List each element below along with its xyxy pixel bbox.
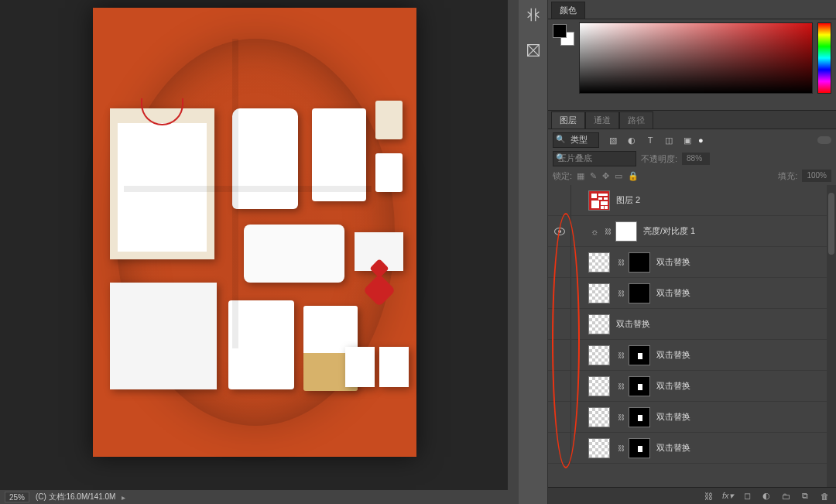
layer-thumbnail[interactable] (588, 283, 610, 303)
status-chevron-icon[interactable]: ▸ (122, 493, 125, 502)
mask-thumbnail[interactable] (629, 345, 650, 365)
layer-row[interactable]: 图层 2 (548, 185, 836, 216)
collapsed-panel-dock[interactable] (519, 0, 548, 504)
mask-thumbnail[interactable] (629, 376, 650, 396)
layer-name[interactable]: 双击替换 (656, 349, 690, 361)
mask-thumbnail[interactable] (629, 252, 650, 273)
eye-icon (554, 228, 565, 235)
mask-link-icon[interactable]: ⛓ (603, 225, 612, 238)
layers-footer: ⛓ fx▾ ◻ ◐ 🗀 ⧉ 🗑 (548, 487, 836, 504)
color-field[interactable] (579, 22, 813, 94)
layer-row[interactable]: 双击替换 (548, 309, 836, 340)
adjustment-layer-icon[interactable]: ◐ (761, 491, 772, 501)
filter-adjust-icon[interactable]: ◐ (625, 135, 638, 146)
blend-mode-select[interactable]: 正片叠底 (553, 151, 636, 166)
adjustment-icon: ☼ (588, 225, 601, 238)
layer-thumbnail[interactable] (588, 345, 610, 365)
mockup-small-card-2 (379, 347, 409, 387)
delete-layer-icon[interactable]: 🗑 (819, 492, 830, 501)
group-icon[interactable]: 🗀 (780, 492, 791, 501)
layer-thumbnail[interactable] (588, 407, 610, 427)
zoom-level[interactable]: 25% (5, 492, 29, 502)
visibility-toggle[interactable] (548, 278, 571, 308)
layer-thumbnail[interactable] (588, 376, 610, 396)
layer-name[interactable]: 双击替换 (656, 256, 690, 268)
mockup-square (110, 283, 217, 389)
layer-filter-kind[interactable]: 类型 (553, 132, 599, 148)
filter-toggle[interactable] (817, 136, 831, 144)
tab-paths[interactable]: 路径 (619, 111, 653, 129)
visibility-toggle[interactable] (548, 340, 571, 370)
panel-icon-2[interactable] (523, 40, 543, 60)
layer-name[interactable]: 双击替换 (656, 411, 690, 423)
layer-name[interactable]: 双击替换 (616, 318, 650, 330)
visibility-toggle[interactable] (548, 247, 571, 277)
mask-thumbnail[interactable] (629, 283, 650, 303)
layer-thumbnail[interactable] (588, 190, 610, 211)
layer-thumbnail[interactable] (588, 314, 610, 334)
panel-icon-1[interactable] (523, 5, 543, 25)
canvas-area[interactable]: 25% (C) 文档:16.0M/141.0M ▸ (0, 0, 519, 504)
layer-row[interactable]: ⛓ 双击替换 (548, 402, 836, 433)
layer-row[interactable]: ⛓ 双击替换 (548, 371, 836, 402)
layer-name[interactable]: 图层 2 (616, 194, 640, 206)
filter-light-icon[interactable]: ● (698, 135, 704, 145)
lock-move-icon[interactable]: ✥ (602, 171, 609, 181)
link-layers-icon[interactable]: ⛓ (703, 492, 714, 501)
layer-name[interactable]: 双击替换 (656, 380, 690, 392)
mask-link-icon[interactable]: ⛓ (616, 411, 625, 423)
mask-thumbnail[interactable] (629, 438, 650, 458)
layer-row[interactable]: ☼ ⛓ 亮度/对比度 1 (548, 216, 836, 247)
opacity-label: 不透明度: (641, 153, 677, 165)
hue-strip[interactable] (817, 22, 831, 94)
layers-scrollbar[interactable] (827, 185, 836, 487)
visibility-toggle[interactable] (548, 185, 571, 215)
opacity-value[interactable]: 88% (682, 153, 710, 165)
filter-smart-icon[interactable]: ▣ (681, 135, 694, 146)
mask-link-icon[interactable]: ⛓ (616, 256, 625, 269)
filter-shape-icon[interactable]: ◫ (663, 135, 675, 146)
layer-controls: 类型 ▧ ◐ T ◫ ▣ ● 正片叠底 不透明度: 88% 锁定: ▦ (548, 129, 836, 185)
layer-name[interactable]: 双击替换 (656, 287, 690, 299)
layer-name[interactable]: 双击替换 (656, 442, 690, 454)
visibility-toggle[interactable] (548, 402, 571, 432)
fg-bg-swatch[interactable] (553, 24, 574, 46)
filter-pixel-icon[interactable]: ▧ (607, 135, 619, 146)
lock-all-icon[interactable]: 🔒 (628, 171, 639, 181)
layer-row[interactable]: ⛓ 双击替换 (548, 433, 836, 464)
layer-row[interactable]: ⛓ 双击替换 (548, 340, 836, 371)
tab-channels[interactable]: 通道 (585, 111, 619, 129)
tab-layers[interactable]: 图层 (551, 111, 585, 129)
lock-artboard-icon[interactable]: ▭ (615, 171, 622, 181)
mask-thumbnail[interactable] (615, 221, 637, 242)
new-layer-icon[interactable]: ⧉ (800, 491, 810, 501)
layer-thumbnail[interactable] (588, 438, 610, 458)
visibility-toggle[interactable] (548, 433, 571, 463)
fill-value[interactable]: 100% (802, 170, 831, 182)
layer-thumbnail[interactable] (588, 252, 610, 273)
mask-link-icon[interactable]: ⛓ (616, 349, 625, 362)
layer-name[interactable]: 亮度/对比度 1 (643, 225, 695, 237)
lock-brush-icon[interactable]: ✎ (590, 171, 597, 181)
fx-icon[interactable]: fx▾ (722, 491, 733, 501)
layers-panel-tabs: 图层 通道 路径 (548, 110, 836, 129)
mockup-tag-2 (375, 153, 403, 192)
layers-list[interactable]: 图层 2 ☼ ⛓ 亮度/对比度 1 ⛓ 双击替换 (548, 185, 836, 487)
tab-color[interactable]: 颜色 (551, 2, 585, 19)
mask-link-icon[interactable]: ⛓ (616, 380, 625, 393)
mask-icon[interactable]: ◻ (742, 491, 752, 501)
canvas-scrollbar[interactable] (508, 0, 519, 490)
lock-trans-icon[interactable]: ▦ (577, 171, 584, 181)
mask-thumbnail[interactable] (629, 407, 650, 427)
layer-row[interactable]: ⛓ 双击替换 (548, 247, 836, 278)
artboard (93, 8, 416, 457)
mask-link-icon[interactable]: ⛓ (616, 442, 625, 454)
visibility-toggle[interactable] (548, 371, 571, 401)
status-bar: 25% (C) 文档:16.0M/141.0M ▸ (0, 490, 519, 504)
layer-row[interactable]: ⛓ 双击替换 (548, 278, 836, 309)
visibility-toggle[interactable] (548, 309, 571, 339)
mask-link-icon[interactable]: ⛓ (616, 287, 625, 300)
fill-label: 填充: (778, 170, 797, 182)
filter-type-icon[interactable]: T (644, 135, 656, 146)
visibility-toggle[interactable] (548, 216, 571, 246)
